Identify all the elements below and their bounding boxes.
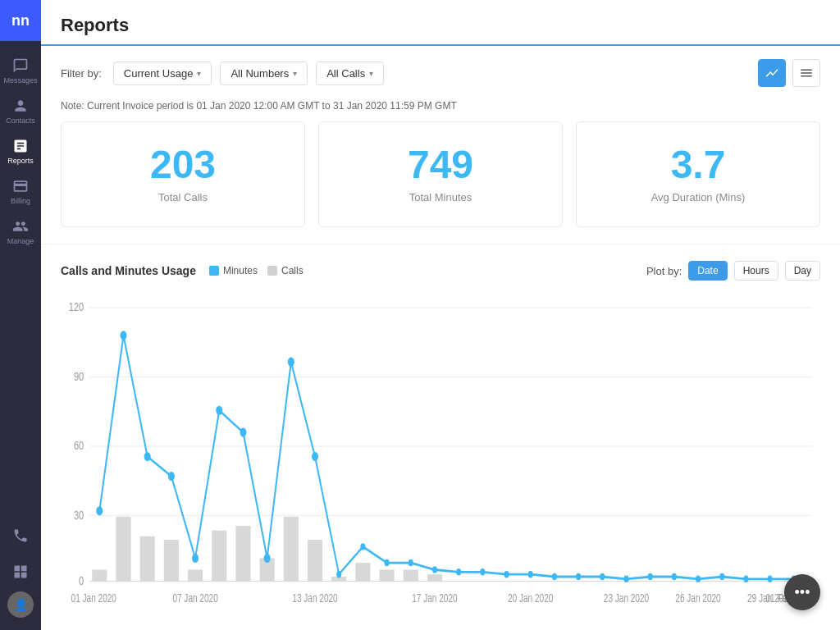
bar-6 [235,526,250,582]
toolbar: Filter by: Current Usage ▾ All Numbers ▾… [41,46,840,100]
contacts-icon [12,98,29,114]
stats-row: 203 Total Calls 749 Total Minutes 3.7 Av… [41,121,840,244]
x-label-07jan: 07 Jan 2020 [172,591,218,605]
phone-icon [12,527,29,544]
total-calls-label: Total Calls [78,191,288,203]
chart-line-button[interactable] [758,59,786,87]
dot-19 [552,573,557,580]
sidebar-bottom: 👤 [7,519,34,630]
grid-icon [12,564,29,580]
x-label-20jan: 20 Jan 2020 [508,591,554,605]
note-text: Note: Current Invoice period is 01 Jan 2… [61,100,457,112]
filter-calls-button[interactable]: All Calls ▾ [316,62,384,85]
dot-13 [409,559,413,566]
dot-11 [360,543,365,550]
legend-calls: Calls [267,265,304,276]
bar-5 [212,531,226,582]
sidebar-item-messages-label: Messages [3,76,37,84]
sidebar-item-manage[interactable]: Manage [0,210,41,250]
bar-9 [308,540,322,582]
billing-icon [12,178,29,194]
chart-title-area: Calls and Minutes Usage Minutes Calls [61,264,304,277]
chevron-down-icon: ▾ [293,69,297,78]
minutes-line [99,336,793,579]
sidebar-item-contacts[interactable]: Contacts [0,89,41,130]
plot-by-area: Plot by: Date Hours Day [646,261,820,281]
plot-day-button[interactable]: Day [785,261,820,281]
dot-20 [576,573,581,580]
chevron-down-icon: ▾ [369,69,373,78]
chevron-down-icon: ▾ [197,69,201,78]
total-minutes-label: Total Minutes [336,191,546,203]
avg-duration-label: Avg Duration (Mins) [593,191,803,203]
user-avatar[interactable]: 👤 [7,591,34,618]
plot-date-button[interactable]: Date [688,261,727,281]
filter-period-label: Current Usage [124,67,194,80]
bar-0 [92,570,107,582]
bar-12 [380,570,395,582]
chart-bar-button[interactable] [792,59,820,87]
dot-16 [480,568,485,575]
y-label-60: 60 [74,438,84,452]
dot-24 [672,573,677,580]
dot-2 [144,452,151,461]
plot-hours-button[interactable]: Hours [734,261,778,281]
dot-9 [312,452,318,461]
sidebar-item-reports-label: Reports [7,157,34,165]
dot-26 [719,573,724,580]
y-label-120: 120 [69,300,84,314]
x-label-01jan: 01 Jan 2020 [71,591,117,605]
sidebar-item-billing[interactable]: Billing [0,170,41,210]
dot-4 [192,554,199,563]
page-title: Reports [61,15,129,44]
x-label-17jan: 17 Jan 2020 [412,591,458,605]
reports-icon [12,138,29,154]
sidebar-item-phone[interactable] [7,519,34,549]
stat-total-calls: 203 Total Calls [61,121,305,227]
legend-minutes-dot [209,266,219,276]
dot-12 [385,559,390,566]
total-minutes-value: 749 [336,145,546,185]
dot-3 [168,472,175,481]
bar-14 [427,574,442,581]
chart-legend: Minutes Calls [209,265,304,276]
dot-15 [456,568,461,575]
dot-10 [336,571,341,578]
bar-8 [284,517,299,582]
bar-1 [116,517,130,582]
dot-0 [96,506,103,515]
legend-calls-label: Calls [281,265,304,276]
filter-by-label: Filter by: [61,67,102,80]
dot-6 [240,427,246,436]
plot-by-label: Plot by: [646,265,682,277]
bar-4 [188,570,203,582]
x-label-13jan: 13 Jan 2020 [292,591,338,605]
invoice-note: Note: Current Invoice period is 01 Jan 2… [41,100,840,121]
messages-icon [12,57,29,74]
avg-duration-value: 3.7 [593,145,803,185]
dot-17 [504,571,509,578]
sidebar-item-grid[interactable] [7,555,34,585]
chart-header: Calls and Minutes Usage Minutes Calls Pl… [61,261,820,281]
y-label-90: 90 [74,369,84,383]
sidebar-item-reports[interactable]: Reports [0,130,41,170]
dot-28 [768,576,773,582]
y-label-30: 30 [74,508,84,522]
sidebar-nav: Messages Contacts Reports Billing Manage [0,41,41,519]
dot-18 [528,571,533,578]
x-label-23jan: 23 Jan 2020 [604,591,650,605]
page-header: Reports [41,0,840,46]
filter-numbers-button[interactable]: All Numbers ▾ [220,62,308,85]
dot-23 [648,573,653,580]
y-label-0: 0 [79,573,84,587]
sidebar-item-messages[interactable]: Messages [0,49,41,89]
toolbar-right [758,59,820,87]
bar-2 [140,536,155,582]
dot-7 [264,554,271,563]
chart-area: 120 90 60 30 0 [61,290,820,614]
bar-3 [164,540,179,582]
x-label-26jan: 26 Jan 2020 [675,591,721,605]
app-logo: nn [0,0,41,41]
fab-button[interactable]: ••• [784,574,820,610]
filter-period-button[interactable]: Current Usage ▾ [113,62,212,85]
